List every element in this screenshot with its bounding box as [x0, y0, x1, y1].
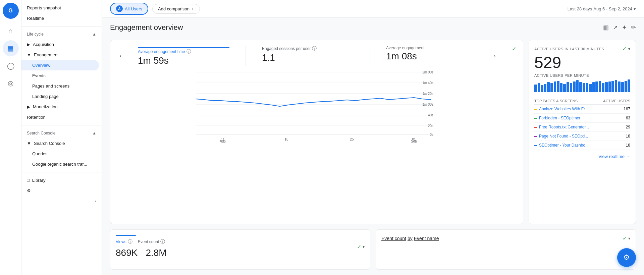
- bar-mini: [586, 83, 589, 92]
- search-nav-icon[interactable]: ◯: [3, 58, 19, 74]
- bar-mini: [628, 79, 630, 92]
- widget-row-5-value: 18: [626, 143, 630, 148]
- widget-row-4-label[interactable]: Page Not Found - SEOpti...: [534, 134, 626, 139]
- metric-avg-engagement-time-label[interactable]: Average engagement time ⓘ: [138, 49, 229, 55]
- sidebar-item-pages-and-screens[interactable]: Pages and screens: [21, 81, 99, 91]
- widget-row-2-label[interactable]: Forbidden - SEOptimer: [534, 116, 626, 120]
- bar-mini: [583, 83, 585, 93]
- bar-mini: [579, 82, 582, 92]
- metric-avg-engagement-label[interactable]: Average engagement: [386, 46, 478, 50]
- engagement-expand-icon: ▼: [27, 52, 31, 57]
- line-chart-svg: 2m 00s 1m 40s 1m 20s 1m 00s 40s 20s 0s: [117, 69, 516, 143]
- bar-mini: [567, 82, 569, 92]
- bar-mini: [570, 83, 573, 93]
- event-count-title-part2: Event name: [414, 236, 439, 241]
- views-info-icon[interactable]: ⓘ: [128, 239, 132, 245]
- sidebar-item-landing-page[interactable]: Landing page: [21, 91, 99, 102]
- realtime-widget-card: ACTIVE USERS IN LAST 30 MINUTES ✓ ▾ 529 …: [529, 40, 636, 224]
- chart-prev-button[interactable]: ‹: [117, 50, 124, 62]
- top-pages-table: TOP PAGES & SCREENS ACTIVE USERS Analyze…: [534, 98, 630, 150]
- segment-icon: A: [116, 5, 123, 12]
- event-count-by-name-title[interactable]: Event count by Event name: [381, 236, 439, 241]
- customize-icon[interactable]: ▥: [603, 24, 609, 31]
- bottom-cards-row: Views ⓘ Event count ⓘ 869K: [110, 229, 636, 270]
- retention-label: Retention: [27, 115, 46, 120]
- sidebar-item-monetization[interactable]: ▶ Monetization: [21, 102, 99, 112]
- widget-check-icon: ✓: [622, 46, 627, 52]
- event-count-metric-label[interactable]: Event count ⓘ: [138, 239, 165, 245]
- search-console-section-header[interactable]: Search Console ▲: [21, 128, 102, 138]
- sidebar-item-realtime[interactable]: Realtime: [21, 13, 102, 23]
- people-nav-icon[interactable]: ◎: [3, 75, 19, 91]
- bar-mini: [618, 81, 621, 92]
- sidebar-item-google-organic[interactable]: Google organic search traf...: [21, 159, 99, 169]
- sidebar-collapse-button[interactable]: ‹: [21, 196, 102, 206]
- date-range-selector[interactable]: Last 28 days Aug 6 - Sep 2, 2024 ▾: [568, 6, 636, 11]
- header-left: A All Users Add comparison +: [110, 3, 200, 15]
- views-tab-line: [116, 235, 136, 236]
- lifecycle-chevron: ▲: [92, 32, 96, 37]
- sidebar-item-acquisition[interactable]: ▶ Acquisition: [21, 39, 99, 50]
- add-to-report-icon[interactable]: ✦: [622, 24, 627, 31]
- bar-mini: [621, 82, 624, 92]
- chart-next-button[interactable]: ›: [491, 50, 498, 62]
- metric-0-info-icon[interactable]: ⓘ: [186, 49, 191, 55]
- widget-row-5-label[interactable]: SEOptimer - Your Dashbo...: [534, 143, 626, 148]
- lifecycle-section-header[interactable]: Life cycle ▲: [21, 29, 102, 39]
- all-users-segment-button[interactable]: A All Users: [110, 3, 148, 15]
- add-comparison-button[interactable]: Add comparison +: [152, 4, 200, 14]
- sidebar-item-events[interactable]: Events: [21, 70, 99, 81]
- settings-fab-button[interactable]: ⚙: [617, 248, 636, 267]
- widget-table-header: TOP PAGES & SCREENS ACTIVE USERS: [534, 98, 630, 105]
- svg-text:18: 18: [284, 138, 288, 141]
- sidebar-item-queries[interactable]: Queries: [21, 149, 99, 159]
- metric-1-info-icon[interactable]: ⓘ: [312, 46, 317, 52]
- svg-text:Sep: Sep: [411, 140, 417, 143]
- sidebar-library-item[interactable]: □ Library: [21, 175, 102, 185]
- sidebar-bottom: □ Library ⚙ ‹: [21, 172, 102, 206]
- event-name-chevron-icon[interactable]: ▾: [628, 236, 630, 241]
- sidebar-item-overview[interactable]: Overview: [21, 60, 99, 70]
- bar-mini: [611, 81, 614, 92]
- bar-mini: [599, 81, 601, 92]
- widget-row-3-label[interactable]: Free Robots.txt Generator...: [534, 125, 626, 129]
- sidebar-settings-item[interactable]: ⚙: [21, 185, 102, 196]
- views-card-check: ✓ ▾: [357, 243, 365, 250]
- app-logo[interactable]: G: [3, 3, 19, 19]
- active-users-value: 529: [534, 55, 630, 71]
- main-content: A All Users Add comparison + Last 28 day…: [102, 0, 644, 275]
- widget-row-2: Forbidden - SEOptimer 63: [534, 114, 630, 123]
- landing-page-label: Landing page: [32, 94, 59, 99]
- views-value: 869K: [116, 248, 138, 258]
- widget-row-2-value: 63: [626, 116, 630, 120]
- bar-mini: [563, 84, 566, 92]
- bar-mini: [541, 85, 543, 92]
- fab-settings-icon: ⚙: [623, 253, 630, 262]
- sidebar-item-engagement[interactable]: ▼ Engagement: [21, 50, 99, 60]
- event-count-info-icon[interactable]: ⓘ: [160, 239, 165, 245]
- sidebar-item-retention[interactable]: Retention: [21, 112, 99, 122]
- chart-metrics-row: ‹ Average engagement time ⓘ 1m 59s: [110, 40, 523, 69]
- view-realtime-link[interactable]: View realtime →: [534, 154, 630, 159]
- share-icon[interactable]: ↗: [613, 24, 618, 31]
- home-nav-icon[interactable]: ⌂: [3, 23, 19, 39]
- views-metric-label[interactable]: Views ⓘ: [116, 239, 132, 245]
- bar-mini: [576, 80, 579, 92]
- bar-mini: [605, 82, 608, 92]
- metric-engaged-sessions-label[interactable]: Engaged sessions per user ⓘ: [262, 46, 354, 52]
- sidebar-item-reports-snapshot[interactable]: Reports snapshot: [21, 3, 102, 13]
- views-chevron-icon[interactable]: ▾: [363, 244, 365, 249]
- metric-avg-engagement-time: Average engagement time ⓘ 1m 59s: [138, 46, 229, 66]
- library-label: Library: [32, 178, 46, 183]
- active-users-title: ACTIVE USERS IN LAST 30 MINUTES ✓ ▾: [534, 46, 630, 52]
- edit-icon[interactable]: ✏: [631, 24, 636, 31]
- segment-label: All Users: [125, 6, 142, 11]
- dashboard-nav-icon[interactable]: ▦: [3, 40, 19, 56]
- views-check-icon: ✓: [357, 243, 361, 250]
- pages-and-screens-label: Pages and screens: [32, 84, 69, 89]
- widget-chevron-icon[interactable]: ▾: [628, 47, 631, 51]
- sidebar-item-search-console[interactable]: ▼ Search Console: [21, 138, 99, 149]
- metric-engaged-sessions-value: 1.1: [262, 52, 354, 63]
- widget-row-1-label[interactable]: Analyze Websites With Fr...: [534, 107, 624, 111]
- search-console-section-label: Search Console: [27, 131, 55, 135]
